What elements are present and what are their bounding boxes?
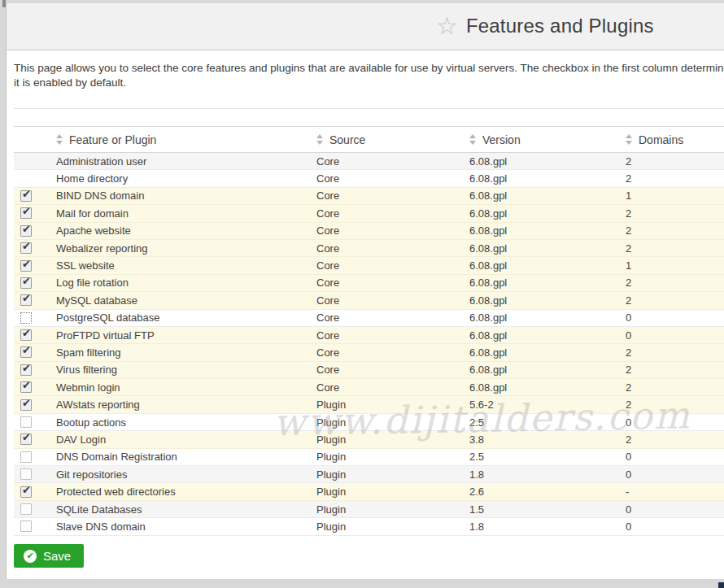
column-header-label: Version: [482, 133, 521, 146]
domains-count: 2: [626, 207, 724, 220]
checkbox-cell: [14, 242, 56, 254]
table-row: Virus filteringCore6.08.gpl2: [14, 362, 724, 379]
source-value: Plugin: [316, 399, 469, 411]
feature-name: PostgreSQL database: [56, 311, 316, 324]
feature-checkbox[interactable]: [20, 225, 32, 237]
domains-count: 0: [626, 311, 724, 324]
checkbox-cell: [14, 294, 56, 306]
feature-name: AWstats reporting: [56, 399, 316, 411]
version-value: 6.08.gpl: [469, 381, 626, 394]
source-value: Plugin: [316, 433, 469, 446]
page-header: ☆ Features and Plugins: [7, 3, 724, 50]
feature-name: Apache website: [56, 224, 316, 237]
version-value: 1.5: [469, 503, 626, 516]
title-group: ☆ Features and Plugins: [436, 13, 654, 39]
column-header-version[interactable]: Version: [469, 133, 626, 146]
source-value: Plugin: [316, 486, 469, 498]
source-value: Plugin: [316, 416, 469, 429]
feature-checkbox[interactable]: [20, 468, 32, 480]
feature-name: Bootup actions: [56, 416, 316, 429]
version-value: 6.08.gpl: [469, 311, 626, 324]
table-row: SQLite DatabasesPlugin1.50: [14, 501, 724, 518]
source-value: Core: [316, 189, 469, 202]
feature-checkbox[interactable]: [20, 190, 32, 202]
table-row: PostgreSQL databaseCore6.08.gpl0: [14, 310, 724, 327]
domains-count: 0: [626, 329, 724, 342]
feature-checkbox[interactable]: [20, 416, 32, 428]
feature-name: MySQL database: [56, 294, 316, 307]
checkbox-cell: [14, 468, 56, 480]
feature-checkbox[interactable]: [20, 503, 32, 515]
source-value: Core: [316, 155, 469, 168]
source-value: Core: [316, 311, 469, 324]
table-row: BIND DNS domainCore6.08.gpl1: [14, 188, 724, 205]
feature-name: SQLite Databases: [56, 503, 316, 516]
feature-checkbox[interactable]: [20, 346, 32, 358]
source-value: Core: [316, 329, 469, 342]
version-value: 1.8: [469, 520, 626, 533]
feature-checkbox[interactable]: [20, 381, 32, 393]
domains-count: 0: [626, 468, 724, 481]
table-header-row: Feature or PluginSourceVersionDomains: [14, 126, 724, 153]
sort-arrows-icon[interactable]: [626, 134, 632, 145]
source-value: Plugin: [316, 451, 469, 463]
table-row: Home directoryCore6.08.gpl2: [14, 170, 724, 187]
column-header-source[interactable]: Source: [316, 133, 469, 146]
feature-name: Home directory: [56, 172, 316, 185]
feature-checkbox[interactable]: [20, 260, 32, 272]
page-description: This page allows you to select the core …: [14, 61, 724, 90]
feature-checkbox[interactable]: [20, 486, 32, 498]
feature-checkbox[interactable]: [20, 294, 32, 306]
table-row: Webmin loginCore6.08.gpl2: [14, 379, 724, 396]
content-window: ☆ Features and Plugins This page allows …: [6, 3, 724, 579]
version-value: 6.08.gpl: [469, 329, 626, 342]
domains-count: 2: [626, 294, 724, 307]
domains-count: 0: [626, 416, 724, 429]
checkbox-cell: [14, 190, 56, 202]
feature-checkbox[interactable]: [20, 399, 32, 411]
feature-name: BIND DNS domain: [56, 189, 316, 202]
source-value: Core: [316, 207, 469, 220]
column-header-feature[interactable]: Feature or Plugin: [56, 133, 316, 146]
feature-checkbox[interactable]: [20, 277, 32, 289]
feature-checkbox[interactable]: [20, 364, 32, 376]
version-value: 6.08.gpl: [469, 155, 626, 168]
column-header-label: Feature or Plugin: [69, 133, 156, 146]
sort-arrows-icon[interactable]: [469, 134, 476, 145]
source-value: Core: [316, 294, 469, 307]
feature-checkbox[interactable]: [20, 242, 32, 254]
checkbox-cell: [14, 277, 56, 289]
sort-arrows-icon[interactable]: [56, 134, 63, 145]
feature-name: Virus filtering: [56, 364, 316, 376]
table-row: Administration userCore6.08.gpl2: [14, 153, 724, 170]
feature-checkbox[interactable]: [20, 329, 32, 341]
feature-checkbox[interactable]: [20, 451, 32, 463]
feature-name: Log file rotation: [56, 277, 316, 289]
feature-checkbox[interactable]: [20, 433, 32, 445]
sort-arrows-icon[interactable]: [316, 134, 323, 145]
version-value: 6.08.gpl: [469, 346, 626, 359]
feature-checkbox[interactable]: [20, 207, 32, 219]
check-circle-icon: ✔: [24, 550, 37, 563]
domains-count: 2: [626, 399, 724, 411]
source-value: Core: [316, 277, 469, 289]
feature-checkbox[interactable]: [20, 312, 32, 324]
table-row: Apache websiteCore6.08.gpl2: [14, 223, 724, 240]
checkbox-cell: [14, 312, 56, 324]
checkbox-cell: [14, 207, 56, 219]
feature-checkbox[interactable]: [20, 520, 32, 532]
version-value: 6.08.gpl: [469, 242, 626, 255]
domains-count: 0: [626, 520, 724, 533]
feature-name: Webmin login: [56, 381, 316, 394]
feature-name: Administration user: [56, 155, 316, 168]
table-row: Spam filteringCore6.08.gpl2: [14, 344, 724, 361]
save-button[interactable]: ✔ Save: [14, 544, 84, 568]
domains-count: 0: [626, 451, 724, 463]
column-header-domains[interactable]: Domains: [626, 133, 724, 146]
feature-name: Slave DNS domain: [56, 520, 316, 533]
table-row: Slave DNS domainPlugin1.80: [14, 518, 724, 535]
version-value: 6.08.gpl: [469, 224, 626, 237]
column-header-label: Source: [329, 133, 365, 146]
version-value: 6.08.gpl: [469, 207, 626, 220]
domains-count: 2: [626, 277, 724, 289]
